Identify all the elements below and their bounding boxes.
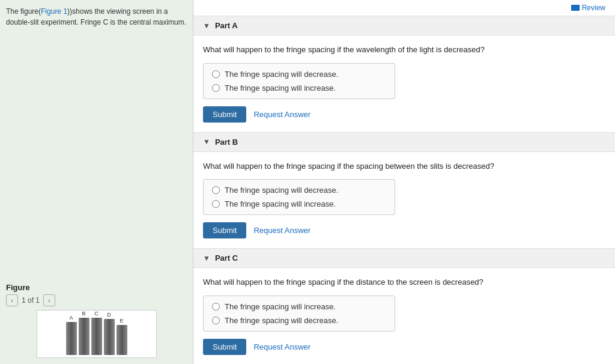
partC-request-answer-link[interactable]: Request Answer: [253, 342, 311, 351]
partA-title: Part A: [215, 21, 238, 30]
partC-section: ▼Part CWhat will happen to the fringe sp…: [193, 249, 615, 364]
partB-header: ▼Part B: [193, 133, 615, 152]
partA-body: What will happen to the fringe spacing i…: [193, 35, 615, 132]
partC-option-0: The fringe spacing will increase.: [212, 302, 386, 311]
figure-image: ABCDE: [37, 310, 157, 358]
partC-options: The fringe spacing will increase.The fri…: [203, 296, 395, 332]
slit-bar-el-C: [91, 318, 102, 355]
partA-option-label-1: The fringe spacing will increase.: [225, 83, 336, 93]
review-link[interactable]: Review: [571, 4, 605, 12]
partB-submit-button[interactable]: Submit: [203, 222, 246, 238]
partB-toggle[interactable]: ▼: [203, 138, 210, 146]
main-content: Review ▼Part AWhat will happen to the fr…: [193, 0, 615, 364]
partB-question: What will happen to the fringe spacing i…: [203, 160, 605, 172]
figure-nav: ‹ 1 of 1 ›: [6, 294, 187, 306]
slit-label-E: E: [120, 318, 123, 324]
slit-bar-C: C: [91, 311, 102, 357]
slit-bar-E: E: [117, 311, 127, 357]
partC-body: What will happen to the fringe spacing i…: [193, 268, 615, 364]
partB-body: What will happen to the fringe spacing i…: [193, 152, 615, 249]
partB-option-1: The fringe spacing will increase.: [212, 199, 386, 208]
figure-next-button[interactable]: ›: [43, 294, 55, 306]
sidebar: The figure(Figure 1))shows the viewing s…: [0, 0, 193, 364]
parts-container: ▼Part AWhat will happen to the fringe sp…: [193, 16, 615, 364]
partC-header: ▼Part C: [193, 249, 615, 268]
partA-radio-0[interactable]: [212, 70, 220, 78]
figure-nav-text: 1 of 1: [22, 296, 40, 305]
slit-label-C: C: [94, 311, 98, 317]
figure-section: Figure ‹ 1 of 1 › ABCDE: [6, 283, 187, 358]
partC-submit-button[interactable]: Submit: [203, 339, 246, 355]
figure-label: Figure: [6, 283, 187, 292]
slit-pattern: ABCDE: [60, 311, 133, 357]
figure-prev-button[interactable]: ‹: [6, 294, 18, 306]
partB-option-label-0: The fringe spacing will decrease.: [225, 186, 338, 195]
slit-bar-el-E: [117, 325, 127, 355]
partA-option-0: The fringe spacing will decrease.: [212, 70, 386, 79]
slit-bar-D: D: [104, 311, 115, 357]
slit-bar-el-B: [79, 318, 89, 355]
top-bar: Review: [193, 0, 615, 16]
slit-bar-el-A: [66, 322, 77, 355]
partC-toggle[interactable]: ▼: [203, 254, 210, 262]
slit-bar-A: A: [66, 311, 77, 357]
partA-header: ▼Part A: [193, 16, 615, 35]
partC-option-label-0: The fringe spacing will increase.: [225, 302, 336, 311]
slit-label-D: D: [107, 312, 111, 318]
partB-request-answer-link[interactable]: Request Answer: [253, 226, 311, 235]
review-label: Review: [582, 4, 605, 12]
partA-toggle[interactable]: ▼: [203, 22, 210, 30]
partA-option-1: The fringe spacing will increase.: [212, 83, 386, 93]
partA-request-answer-link[interactable]: Request Answer: [253, 110, 311, 119]
partC-question: What will happen to the fringe spacing i…: [203, 276, 605, 288]
partA-submit-button[interactable]: Submit: [203, 106, 246, 123]
partB-section: ▼Part BWhat will happen to the fringe sp…: [193, 133, 615, 249]
partB-option-label-1: The fringe spacing will increase.: [225, 199, 336, 208]
slit-bar-el-D: [104, 319, 115, 355]
partC-radio-0[interactable]: [212, 303, 220, 311]
partB-options: The fringe spacing will decrease.The fri…: [203, 179, 395, 215]
slit-label-A: A: [69, 315, 73, 321]
slit-bar-B: B: [79, 311, 89, 357]
partA-option-label-0: The fringe spacing will decrease.: [225, 70, 338, 79]
slit-label-B: B: [82, 311, 85, 317]
partC-title: Part C: [215, 253, 238, 262]
partA-section: ▼Part AWhat will happen to the fringe sp…: [193, 16, 615, 133]
partA-radio-1[interactable]: [212, 84, 220, 92]
partC-radio-1[interactable]: [212, 317, 220, 324]
partB-action-row: SubmitRequest Answer: [203, 222, 605, 238]
partB-title: Part B: [215, 138, 238, 147]
partA-action-row: SubmitRequest Answer: [203, 106, 605, 123]
partB-option-0: The fringe spacing will decrease.: [212, 186, 386, 195]
review-icon: [571, 5, 580, 11]
partA-options: The fringe spacing will decrease.The fri…: [203, 63, 395, 99]
partA-question: What will happen to the fringe spacing i…: [203, 44, 605, 56]
partC-option-label-1: The fringe spacing will decrease.: [225, 316, 338, 325]
partB-radio-0[interactable]: [212, 186, 220, 194]
partC-option-1: The fringe spacing will decrease.: [212, 316, 386, 325]
figure-link[interactable]: Figure 1: [41, 7, 67, 16]
partB-radio-1[interactable]: [212, 200, 220, 208]
sidebar-description: The figure(Figure 1))shows the viewing s…: [6, 6, 187, 28]
partC-action-row: SubmitRequest Answer: [203, 339, 605, 355]
